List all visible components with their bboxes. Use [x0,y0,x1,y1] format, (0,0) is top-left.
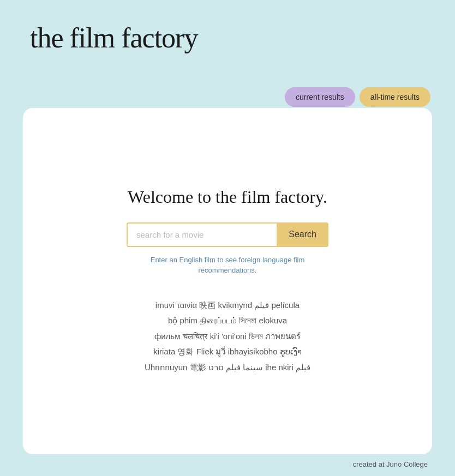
multilang-text: imuvi ταινία 映画 kvikmynd فيلم película b… [145,298,310,376]
tab-bar: current results all-time results [285,87,430,107]
search-input[interactable] [127,222,277,247]
search-hint: Enter an English film to see foreign lan… [151,255,305,276]
welcome-heading: Welcome to the film factory. [128,187,327,207]
footer-credit: created at Juno College [353,460,428,468]
search-button[interactable]: Search [277,222,328,247]
search-form: Search [127,222,328,247]
main-card: Welcome to the film factory. Search Ente… [23,108,432,454]
tab-alltime-results[interactable]: all-time results [360,87,430,107]
app-title: the film factory [30,22,197,54]
tab-current-results[interactable]: current results [285,87,355,107]
